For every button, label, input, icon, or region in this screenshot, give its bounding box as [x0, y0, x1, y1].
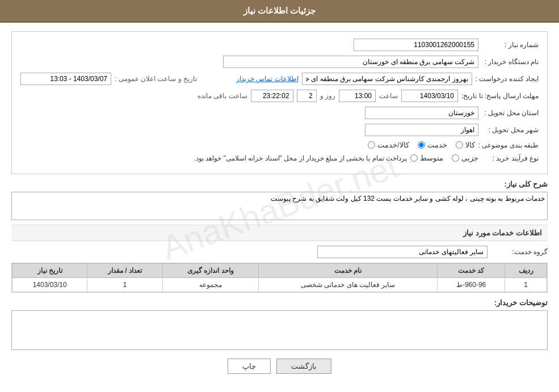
- buyer-system-label: نام دستگاه خریدار :: [482, 58, 539, 66]
- contact-link[interactable]: اطلاعات تماس خریدار: [236, 75, 299, 83]
- buyer-system-row: نام دستگاه خریدار :: [20, 56, 539, 68]
- buyer-system-input[interactable]: [223, 56, 478, 68]
- print-button[interactable]: چاپ: [228, 359, 271, 374]
- province-input[interactable]: [365, 107, 478, 119]
- response-time-input[interactable]: [339, 90, 376, 102]
- service-info-title: اطلاعات خدمات مورد نیاز: [11, 225, 548, 241]
- main-form-section: شماره نیاز : نام دستگاه خریدار : ایجاد ک…: [11, 31, 548, 174]
- buyer-notes-label: توضیحات خریدار:: [494, 298, 548, 307]
- col-need-date: تاریخ نیاز: [12, 264, 87, 278]
- response-days-label: روز و: [320, 92, 335, 100]
- content-area: AnaKhaBder.net شماره نیاز : نام دستگاه خ…: [0, 23, 559, 391]
- announce-datetime-input[interactable]: [20, 73, 111, 85]
- category-khidmat-label: خدمت: [427, 141, 447, 149]
- category-khidmat: خدمت: [418, 141, 447, 149]
- process-type-row: نوع فرآیند خرید : متوسط جزیی پرداخت تمام…: [20, 154, 539, 162]
- remaining-time-label: ساعت باقی مانده: [197, 92, 247, 100]
- page-header: جزئیات اطلاعات نیاز: [0, 0, 559, 23]
- table-cell: مجموعه: [162, 278, 258, 292]
- category-kala-khidmat: کالا/خدمت: [368, 141, 409, 149]
- service-group-input[interactable]: [317, 246, 487, 258]
- response-deadline-label: مهلت ارسال پاسخ: تا تاریخ:: [461, 92, 539, 100]
- page-wrapper: جزئیات اطلاعات نیاز AnaKhaBder.net شماره…: [0, 0, 559, 392]
- need-number-label: شماره نیاز :: [482, 41, 539, 49]
- category-row: طبقه بندی موضوعی : کالا/خدمت خدمت کالا: [20, 141, 539, 149]
- back-button[interactable]: بازگشت: [276, 359, 331, 374]
- buyer-notes-row: توضیحات خریدار:: [11, 298, 548, 350]
- creator-input[interactable]: [302, 73, 472, 85]
- process-jozi-radio[interactable]: [452, 154, 459, 162]
- creator-row: ایجاد کننده درخواست : اطلاعات تماس خریدا…: [20, 73, 539, 85]
- city-label: شهر محل تحویل :: [482, 126, 539, 134]
- response-deadline-row: مهلت ارسال پاسخ: تا تاریخ: ساعت روز و سا…: [20, 90, 539, 102]
- process-note: پرداخت تمام یا بخشی از مبلغ خریدار از مح…: [194, 154, 407, 162]
- process-mutavasit-radio[interactable]: [410, 154, 418, 162]
- process-joz'i: جزیی: [452, 154, 478, 162]
- category-khidmat-radio[interactable]: [418, 141, 425, 149]
- page-title: جزئیات اطلاعات نیاز: [243, 6, 316, 15]
- response-days-input[interactable]: [297, 90, 317, 102]
- category-kala-radio[interactable]: [456, 141, 463, 149]
- process-jozi-label: جزیی: [461, 154, 478, 162]
- col-unit: واحد اندازه گیری: [162, 264, 258, 278]
- response-time-label: ساعت: [379, 92, 398, 100]
- category-kala: کالا: [456, 141, 475, 149]
- col-quantity: تعداد / مقدار: [87, 264, 162, 278]
- table-cell: 1: [87, 278, 162, 292]
- service-group-row: گروه خدمت:: [11, 246, 548, 258]
- response-date-input[interactable]: [401, 90, 458, 102]
- table-cell: 960-96-ط: [438, 278, 505, 292]
- services-table-container: ردیف کد خدمت نام خدمت واحد اندازه گیری ت…: [11, 263, 548, 293]
- process-mutavasit-label: متوسط: [420, 154, 443, 162]
- province-row: استان محل تحویل :: [20, 107, 539, 119]
- city-input[interactable]: [365, 124, 478, 136]
- col-service-name: نام خدمت: [259, 264, 438, 278]
- need-number-input[interactable]: [354, 39, 478, 51]
- process-type-label: نوع فرآیند خرید :: [482, 154, 539, 162]
- category-kala-khidmat-label: کالا/خدمت: [377, 141, 409, 149]
- creator-label: ایجاد کننده درخواست :: [476, 75, 539, 83]
- process-type-radio-group: متوسط جزیی: [410, 154, 478, 162]
- col-row-num: ردیف: [505, 264, 547, 278]
- table-cell: 1: [505, 278, 547, 292]
- col-service-code: کد خدمت: [438, 264, 505, 278]
- city-row: شهر محل تحویل :: [20, 124, 539, 136]
- category-kala-label: کالا: [465, 141, 475, 149]
- category-radio-group: کالا/خدمت خدمت کالا: [368, 141, 475, 149]
- need-number-row: شماره نیاز :: [20, 39, 539, 51]
- table-row: 1960-96-طسایر فعالیت های خدماتی شخصیمجمو…: [12, 278, 547, 292]
- remaining-time-input[interactable]: [251, 90, 293, 102]
- need-description-label: شرح کلی نیاز:: [491, 180, 548, 188]
- need-description-row: شرح کلی نیاز:: [11, 180, 548, 220]
- table-cell: 1403/03/10: [12, 278, 87, 292]
- category-kala-khidmat-radio[interactable]: [368, 141, 375, 149]
- service-group-label: گروه خدمت:: [491, 248, 548, 256]
- province-label: استان محل تحویل :: [482, 109, 539, 117]
- need-description-textarea[interactable]: [11, 192, 548, 220]
- announce-datetime-label: تاریخ و ساعت اعلان عمومی :: [115, 75, 197, 83]
- buyer-notes-textarea[interactable]: [11, 310, 548, 350]
- table-cell: سایر فعالیت های خدماتی شخصی: [259, 278, 438, 292]
- bottom-buttons: بازگشت چاپ: [11, 359, 548, 374]
- services-table: ردیف کد خدمت نام خدمت واحد اندازه گیری ت…: [12, 263, 547, 292]
- category-label: طبقه بندی موضوعی :: [478, 141, 539, 149]
- process-mutavasit: متوسط: [410, 154, 443, 162]
